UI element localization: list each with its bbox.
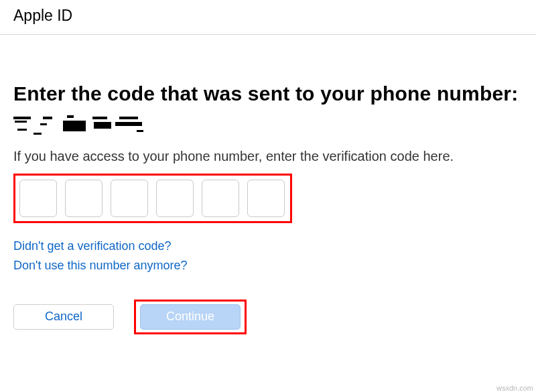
code-input-row [19, 180, 285, 217]
header: Apple ID [0, 0, 536, 35]
code-digit-5[interactable] [202, 180, 239, 217]
button-row: Cancel Continue [13, 300, 523, 334]
continue-button-highlight: Continue [134, 300, 247, 334]
code-digit-3[interactable] [111, 180, 148, 217]
verification-heading: Enter the code that was sent to your pho… [13, 82, 523, 106]
instruction-text: If you have access to your phone number,… [13, 149, 523, 164]
code-digit-6[interactable] [247, 180, 285, 217]
code-input-highlight [13, 174, 292, 223]
cancel-button[interactable]: Cancel [13, 304, 114, 330]
help-links: Didn't get a verification code? Don't us… [13, 237, 523, 275]
dont-use-number-link[interactable]: Don't use this number anymore? [13, 256, 523, 275]
page-title: Apple ID [13, 7, 523, 25]
code-digit-1[interactable] [19, 180, 57, 217]
continue-button[interactable]: Continue [140, 304, 241, 330]
watermark: wsxdn.com [496, 384, 533, 392]
didnt-get-code-link[interactable]: Didn't get a verification code? [13, 237, 523, 256]
code-digit-2[interactable] [65, 180, 103, 217]
main-content: Enter the code that was sent to your pho… [0, 35, 536, 334]
redacted-phone-number [13, 115, 147, 138]
code-digit-4[interactable] [156, 180, 194, 217]
